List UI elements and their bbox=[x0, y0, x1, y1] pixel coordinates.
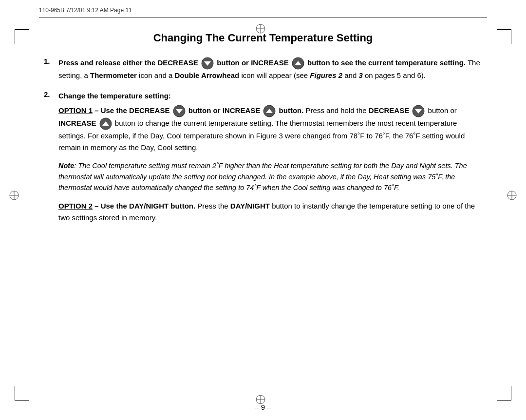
corner-mark-bottom-left bbox=[15, 386, 29, 401]
decrease-icon-3 bbox=[412, 105, 425, 117]
decrease-icon-1 bbox=[201, 57, 214, 70]
option2-text-use: – Use the DAY/NIGHT button. bbox=[93, 202, 195, 210]
list-number-1: 1. bbox=[44, 57, 50, 65]
option1-block: OPTION 1 – Use the DECREASE button or IN… bbox=[58, 105, 482, 153]
item1-text-mid1: button or INCREASE bbox=[217, 58, 289, 67]
list-number-2: 2. bbox=[44, 90, 50, 98]
increase-icon-2 bbox=[263, 105, 276, 117]
header-text: 110-965B 7/12/01 9:12 AM Page 11 bbox=[39, 7, 132, 14]
note-text: : The Cool temperature setting must rema… bbox=[58, 162, 467, 191]
page-number: – 9 – bbox=[0, 403, 526, 411]
header-bar: 110-965B 7/12/01 9:12 AM Page 11 bbox=[39, 7, 487, 14]
corner-mark-top-right bbox=[497, 29, 511, 44]
crosshair-right bbox=[507, 190, 517, 202]
increase-icon-3 bbox=[99, 117, 112, 130]
option1-text-use: – Use the DECREASE bbox=[93, 106, 169, 115]
corner-mark-top-left bbox=[15, 29, 29, 44]
option1-label: OPTION 1 bbox=[58, 106, 93, 115]
increase-icon-1 bbox=[292, 57, 304, 70]
item1-text-start: Press and release either the DECREASE bbox=[58, 58, 198, 67]
item1-text-button-to: button to see the current temperature se… bbox=[307, 58, 466, 67]
list-item-2: 2. Change the temperature setting: OPTIO… bbox=[44, 90, 482, 223]
header-line bbox=[39, 17, 487, 18]
note-block: Note: The Cool temperature setting must … bbox=[58, 160, 482, 193]
item2-heading: Change the temperature setting: bbox=[58, 90, 482, 102]
crosshair-left bbox=[9, 190, 19, 202]
note-label: Note bbox=[58, 162, 74, 170]
corner-mark-bottom-right bbox=[497, 386, 511, 401]
content-area: Changing The Current Temperature Setting… bbox=[44, 27, 482, 396]
decrease-label-1: DECREASE bbox=[157, 58, 198, 67]
page-title: Changing The Current Temperature Setting bbox=[44, 32, 482, 44]
option2-block: OPTION 2 – Use the DAY/NIGHT button. Pre… bbox=[58, 200, 482, 224]
numbered-list: 1. Press and release either the DECREASE… bbox=[44, 57, 482, 224]
item-2-content: Change the temperature setting: OPTION 1… bbox=[58, 90, 482, 223]
option1-text-press-hold: Press and hold the DECREASE bbox=[306, 106, 410, 115]
option2-label: OPTION 2 bbox=[58, 202, 93, 210]
list-item-1: 1. Press and release either the DECREASE… bbox=[44, 57, 482, 81]
page-container: 110-965B 7/12/01 9:12 AM Page 11 Changin… bbox=[0, 0, 526, 420]
option1-text-button: button. bbox=[279, 106, 304, 115]
decrease-icon-2 bbox=[173, 105, 186, 117]
option1-text-change: button to change the current temperature… bbox=[58, 119, 465, 152]
item-1-content: Press and release either the DECREASE bu… bbox=[58, 57, 482, 81]
option1-text-or-inc: button or INCREASE bbox=[188, 106, 261, 115]
